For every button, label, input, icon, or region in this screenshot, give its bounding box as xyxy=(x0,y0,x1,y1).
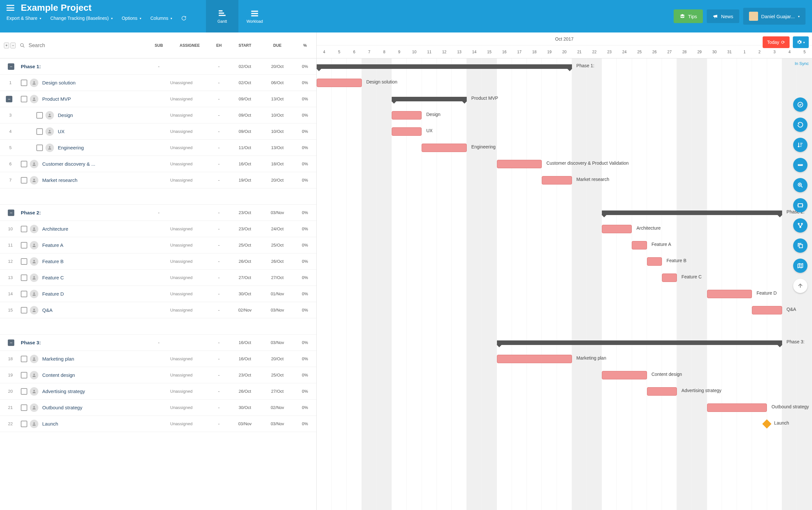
task-bar[interactable] xyxy=(752,306,782,314)
task-row[interactable]: 10ArchitectureUnassigned-23/Oct24/Oct0% xyxy=(0,221,316,237)
assignee-icon[interactable] xyxy=(30,387,38,396)
task-bar[interactable] xyxy=(707,290,752,298)
task-checkbox[interactable] xyxy=(21,307,27,313)
fit-button[interactable] xyxy=(793,198,808,213)
gantt-row[interactable]: Market research xyxy=(317,172,812,189)
task-checkbox[interactable] xyxy=(21,226,27,232)
assignee-icon[interactable] xyxy=(30,241,38,250)
assignee-icon[interactable] xyxy=(30,290,38,298)
assignee-icon[interactable] xyxy=(30,371,38,379)
gantt-view-button[interactable]: Gantt xyxy=(206,0,238,32)
task-checkbox[interactable] xyxy=(21,275,27,281)
assignee-icon[interactable] xyxy=(30,420,38,428)
task-checkbox[interactable] xyxy=(21,96,27,102)
gantt-row[interactable]: Outbound strategy xyxy=(317,400,812,416)
task-row[interactable]: 18Marketing planUnassigned-16/Oct20/Oct0… xyxy=(0,351,316,367)
task-bar[interactable] xyxy=(602,225,632,233)
phase-row[interactable]: −Phase 2:--23/Oct03/Nov0% xyxy=(0,205,316,221)
task-bar[interactable] xyxy=(422,144,467,152)
summary-bar[interactable] xyxy=(392,97,467,101)
assignee-icon[interactable] xyxy=(30,176,38,185)
tips-button[interactable]: Tips xyxy=(674,9,703,23)
today-button[interactable]: Today⟳ xyxy=(763,36,790,48)
gantt-row[interactable]: Marketing plan xyxy=(317,351,812,367)
col-start[interactable]: START xyxy=(229,43,261,48)
col-due[interactable]: DUE xyxy=(261,43,294,48)
export-share-menu[interactable]: Export & Share xyxy=(6,16,41,21)
task-checkbox[interactable] xyxy=(21,161,27,167)
summary-bar[interactable] xyxy=(497,340,782,345)
gantt-row[interactable]: Advertising strategy xyxy=(317,383,812,400)
task-bar[interactable] xyxy=(392,128,422,136)
news-button[interactable]: News xyxy=(707,9,739,23)
task-checkbox[interactable] xyxy=(21,421,27,427)
workload-view-button[interactable]: Workload xyxy=(238,0,271,32)
map-button[interactable] xyxy=(793,259,808,273)
gantt-row[interactable]: Feature A xyxy=(317,237,812,253)
collapse-all-button[interactable]: − xyxy=(10,42,16,48)
expand-all-button[interactable]: + xyxy=(4,42,9,48)
summary-bar[interactable] xyxy=(602,210,782,215)
scroll-top-button[interactable] xyxy=(793,279,808,293)
collapse-icon[interactable]: − xyxy=(8,63,14,70)
gantt-row[interactable]: Architecture xyxy=(317,221,812,237)
task-checkbox[interactable] xyxy=(21,404,27,411)
task-row[interactable]: 15Q&AUnassigned-02/Nov03/Nov0% xyxy=(0,302,316,318)
task-checkbox[interactable] xyxy=(21,258,27,265)
milestone-icon[interactable] xyxy=(762,419,772,428)
task-bar[interactable] xyxy=(632,241,647,250)
assignee-icon[interactable] xyxy=(46,144,54,152)
assignee-icon[interactable] xyxy=(30,79,38,87)
col-assignee[interactable]: ASSIGNEE xyxy=(170,43,209,48)
task-row[interactable]: 14Feature DUnassigned-30/Oct01/Nov0% xyxy=(0,286,316,302)
task-bar[interactable] xyxy=(497,160,542,168)
phase-row[interactable]: −Phase 3:--16/Oct03/Nov0% xyxy=(0,335,316,351)
task-bar[interactable] xyxy=(542,176,572,185)
zoom-button[interactable] xyxy=(793,178,808,192)
search-input[interactable] xyxy=(29,42,147,48)
task-row[interactable]: 13Feature CUnassigned-27/Oct27/Oct0% xyxy=(0,270,316,286)
branch-button[interactable] xyxy=(793,218,808,233)
gantt-row[interactable]: Engineering xyxy=(317,140,812,156)
assignee-icon[interactable] xyxy=(30,257,38,266)
task-bar[interactable] xyxy=(662,274,677,282)
assignee-icon[interactable] xyxy=(30,160,38,168)
assignee-icon[interactable] xyxy=(30,274,38,282)
gantt-row[interactable]: Feature B xyxy=(317,253,812,270)
task-row[interactable]: 21Outbound strategyUnassigned-30/Oct02/N… xyxy=(0,400,316,416)
task-checkbox[interactable] xyxy=(21,356,27,362)
task-checkbox[interactable] xyxy=(36,112,43,119)
copy-button[interactable] xyxy=(793,238,808,253)
assignee-icon[interactable] xyxy=(30,306,38,314)
gantt-chart[interactable]: Phase 1:Design solutionProduct MVPDesign… xyxy=(317,58,812,510)
gantt-row[interactable]: Design xyxy=(317,107,812,123)
task-row[interactable]: 20Advertising strategyUnassigned-26/Oct2… xyxy=(0,383,316,400)
task-checkbox[interactable] xyxy=(21,291,27,297)
gantt-row[interactable]: UX xyxy=(317,123,812,140)
assignee-icon[interactable] xyxy=(30,225,38,233)
assignee-icon[interactable] xyxy=(46,128,54,136)
task-bar[interactable] xyxy=(707,403,767,412)
gantt-row[interactable]: Customer discovery & Product Validation xyxy=(317,156,812,172)
gantt-row[interactable]: Q&A xyxy=(317,302,812,318)
gantt-row[interactable]: Phase 2: xyxy=(317,205,812,221)
col-pct[interactable]: % xyxy=(294,43,316,48)
undo-button[interactable] xyxy=(793,118,808,132)
ruler-button[interactable] xyxy=(793,158,808,172)
task-checkbox[interactable] xyxy=(21,372,27,378)
task-bar[interactable] xyxy=(317,79,362,87)
options-menu[interactable]: Options xyxy=(122,16,141,21)
refresh-icon[interactable] xyxy=(181,16,186,21)
col-sub[interactable]: SUB xyxy=(147,43,170,48)
task-row[interactable]: 19Content designUnassigned-23/Oct25/Oct0… xyxy=(0,367,316,383)
task-row[interactable]: 12Feature BUnassigned-26/Oct26/Oct0% xyxy=(0,253,316,270)
collapse-icon[interactable]: − xyxy=(8,209,14,216)
task-row[interactable]: 6Customer discovery & ...Unassigned-16/O… xyxy=(0,156,316,172)
gantt-row[interactable]: Feature D xyxy=(317,286,812,302)
sort-button[interactable] xyxy=(793,138,808,152)
task-row[interactable]: 4UXUnassigned-09/Oct10/Oct0% xyxy=(0,123,316,140)
task-checkbox[interactable] xyxy=(21,177,27,183)
change-tracking-menu[interactable]: Change Tracking (Baselines) xyxy=(50,16,113,21)
task-checkbox[interactable] xyxy=(21,242,27,249)
task-bar[interactable] xyxy=(497,355,572,363)
